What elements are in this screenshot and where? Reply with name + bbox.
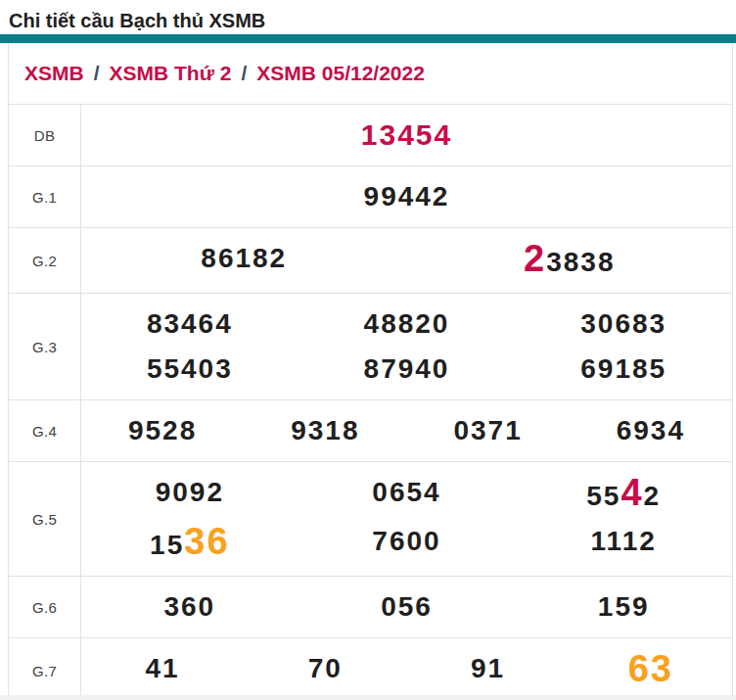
digits: 0654 (372, 477, 440, 507)
prize-number: 1112 (515, 519, 732, 568)
prize-number: 83464 (81, 302, 299, 347)
prize-row-g6: G.6360056159 (9, 577, 732, 638)
digits: 87940 (364, 353, 450, 384)
prize-line: 554038794069185 (81, 347, 732, 392)
prize-number: 30683 (515, 302, 732, 347)
prize-label: G.2 (9, 228, 81, 293)
prize-label: G.6 (9, 577, 81, 637)
prize-line: 99442 (81, 174, 732, 219)
digits: 159 (598, 591, 650, 622)
prize-number: 87940 (299, 347, 516, 392)
highlighted-digits: 13454 (361, 118, 452, 151)
digits: 7600 (372, 526, 440, 556)
breadcrumb-separator: / (241, 62, 247, 85)
prize-label: G.5 (9, 462, 81, 576)
digits: 86182 (201, 243, 287, 273)
prize-row-g1: G.199442 (9, 166, 732, 228)
prize-number: 360 (81, 584, 299, 630)
digits: 1112 (591, 526, 657, 556)
digits: 9318 (291, 415, 359, 445)
digits: 69185 (580, 353, 667, 384)
prize-values: 41709163 (81, 638, 732, 700)
prize-number: 13454 (81, 113, 732, 158)
prize-label: G.3 (9, 294, 81, 399)
prize-label: G.4 (9, 400, 81, 461)
prize-values: 13454 (81, 105, 732, 165)
digits: 360 (163, 591, 215, 622)
prize-row-db: DB13454 (9, 105, 732, 166)
digits: 83464 (147, 308, 233, 339)
digits: 6934 (617, 415, 685, 445)
highlighted-digits: 63 (628, 648, 673, 689)
prize-number: 99442 (81, 174, 732, 219)
prize-line: 360056159 (81, 584, 732, 630)
prize-line: 9528931803716934 (81, 408, 732, 453)
prize-values: 360056159 (81, 577, 732, 637)
prize-row-g4: G.49528931803716934 (9, 400, 732, 462)
digits: 0371 (453, 415, 522, 445)
digits: 99442 (364, 181, 450, 211)
prize-number: 70 (244, 646, 406, 695)
prize-number: 056 (299, 584, 516, 630)
prize-values: 9528931803716934 (81, 400, 732, 461)
prize-number: 0654 (299, 470, 516, 519)
digits: 056 (381, 591, 433, 622)
prize-number: 63 (570, 646, 732, 695)
digits: 55 (586, 481, 621, 511)
breadcrumb-link-2[interactable]: XSMB 05/12/2022 (256, 62, 425, 85)
prize-number: 7600 (299, 519, 516, 568)
prize-number: 91 (407, 646, 570, 695)
digits: 9092 (156, 477, 224, 507)
prize-line: 13454 (81, 113, 732, 158)
prize-line: 153676001112 (81, 519, 732, 568)
digits: 15 (150, 530, 184, 560)
prize-number: 9318 (244, 408, 406, 453)
prize-row-g7: G.741709163 (9, 638, 732, 700)
digits: 48820 (364, 308, 450, 339)
digits: 3838 (546, 247, 615, 277)
bottom-divider (0, 695, 736, 700)
prize-line: 41709163 (81, 646, 732, 695)
prize-number: 55403 (81, 347, 299, 392)
prize-number: 41 (81, 646, 244, 695)
breadcrumb-separator: / (94, 62, 100, 85)
prize-number: 0371 (407, 408, 570, 453)
prize-values: 8618223838 (81, 228, 732, 293)
prize-line: 909206545542 (81, 470, 732, 519)
prize-row-g2: G.28618223838 (9, 228, 732, 294)
prize-values: 99442 (81, 166, 732, 227)
highlighted-digits: 4 (621, 472, 643, 513)
prize-number: 86182 (81, 236, 407, 285)
prize-number: 23838 (407, 236, 733, 285)
prize-row-g5: G.5909206545542153676001112 (9, 462, 732, 577)
prize-label: G.7 (9, 638, 81, 700)
prize-number: 9528 (81, 408, 244, 453)
prize-values: 834644882030683554038794069185 (81, 294, 732, 399)
digits: 2 (644, 481, 662, 511)
digits: 9528 (128, 415, 197, 445)
prize-number: 48820 (299, 302, 516, 347)
lottery-result-panel: XSMB/XSMB Thứ 2/XSMB 05/12/2022 DB13454G… (8, 43, 733, 700)
breadcrumb-link-0[interactable]: XSMB (24, 62, 84, 85)
prize-line: 8618223838 (81, 236, 732, 285)
digits: 30683 (580, 308, 667, 339)
prize-values: 909206545542153676001112 (81, 462, 732, 576)
highlighted-digits: 2 (524, 238, 546, 279)
prize-number: 69185 (515, 347, 732, 392)
prize-number: 6934 (570, 408, 732, 453)
page-title: Chi tiết cầu Bạch thủ XSMB (0, 0, 736, 34)
prize-number: 1536 (81, 519, 299, 568)
teal-accent-bar (0, 34, 736, 43)
breadcrumb-link-1[interactable]: XSMB Thứ 2 (110, 62, 232, 85)
breadcrumb: XSMB/XSMB Thứ 2/XSMB 05/12/2022 (9, 43, 732, 105)
prize-label: G.1 (9, 166, 81, 227)
prize-row-g3: G.3834644882030683554038794069185 (9, 294, 732, 400)
digits: 55403 (147, 353, 233, 384)
prize-line: 834644882030683 (81, 302, 732, 347)
results-table: DB13454G.199442G.28618223838G.3834644882… (9, 105, 732, 700)
prize-label: DB (9, 105, 81, 165)
prize-number: 159 (515, 584, 732, 630)
prize-number: 9092 (81, 470, 299, 519)
digits: 70 (308, 653, 343, 683)
highlighted-digits: 36 (184, 521, 229, 562)
